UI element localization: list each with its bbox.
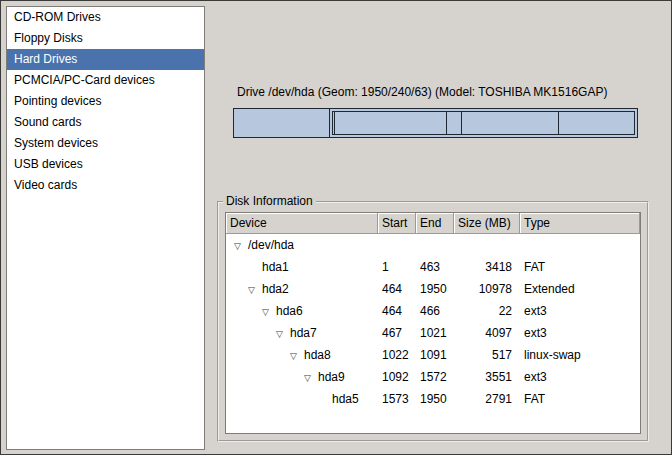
end-cell: 1950 bbox=[416, 278, 454, 300]
table-row-hda5[interactable]: hda5157319502791FAT bbox=[226, 388, 640, 410]
extended-partition-box bbox=[332, 111, 635, 135]
start-cell bbox=[378, 234, 416, 256]
end-cell: 1572 bbox=[416, 366, 454, 388]
device-cell: ▽hda6 bbox=[226, 300, 378, 322]
table-row-hda2[interactable]: ▽hda2464195010978Extended bbox=[226, 278, 640, 300]
disk-information-table: DeviceStartEndSize (MB)Type ▽/dev/hdahda… bbox=[225, 212, 641, 434]
sidebar-item-pcmcia-pc-card-devices[interactable]: PCMCIA/PC-Card devices bbox=[7, 70, 204, 91]
table-body: ▽/dev/hdahda114633418FAT▽hda246419501097… bbox=[226, 234, 640, 410]
size-mb-cell: 2791 bbox=[454, 388, 520, 410]
column-header-end[interactable]: End bbox=[416, 213, 454, 234]
device-name: /dev/hda bbox=[248, 238, 294, 252]
end-cell: 466 bbox=[416, 300, 454, 322]
table-header-row: DeviceStartEndSize (MB)Type bbox=[226, 213, 640, 234]
start-cell: 1 bbox=[378, 256, 416, 278]
device-name: hda5 bbox=[332, 392, 359, 406]
end-cell: 1021 bbox=[416, 322, 454, 344]
expander-triangle-icon[interactable]: ▽ bbox=[276, 323, 290, 344]
table-row-hda7[interactable]: ▽hda746710214097ext3 bbox=[226, 322, 640, 344]
partition-bar bbox=[233, 108, 638, 138]
type-cell: ext3 bbox=[520, 300, 640, 322]
partition-segment-hda9[interactable] bbox=[461, 112, 558, 134]
table-row-hda8[interactable]: ▽hda810221091517linux-swap bbox=[226, 344, 640, 366]
start-cell: 464 bbox=[378, 278, 416, 300]
drive-info-label: Drive /dev/hda (Geom: 1950/240/63) (Mode… bbox=[237, 85, 607, 99]
type-cell: FAT bbox=[520, 388, 640, 410]
expander-triangle-icon[interactable]: ▽ bbox=[290, 345, 304, 366]
device-cell: ▽hda7 bbox=[226, 322, 378, 344]
expander-triangle-icon[interactable]: ▽ bbox=[248, 279, 262, 300]
device-name: hda7 bbox=[290, 326, 317, 340]
device-cell: ▽/dev/hda bbox=[226, 234, 378, 256]
sidebar-item-usb-devices[interactable]: USB devices bbox=[7, 154, 204, 175]
sidebar-item-pointing-devices[interactable]: Pointing devices bbox=[7, 91, 204, 112]
expander-triangle-icon[interactable]: ▽ bbox=[262, 301, 276, 322]
table-row-hda6[interactable]: ▽hda646446622ext3 bbox=[226, 300, 640, 322]
size-mb-cell: 10978 bbox=[454, 278, 520, 300]
size-mb-cell: 4097 bbox=[454, 322, 520, 344]
disk-information-frame: Disk Information DeviceStartEndSize (MB)… bbox=[217, 201, 649, 442]
device-cell: ▽hda9 bbox=[226, 366, 378, 388]
sidebar-item-sound-cards[interactable]: Sound cards bbox=[7, 112, 204, 133]
type-cell: ext3 bbox=[520, 366, 640, 388]
partition-segment-hda5[interactable] bbox=[558, 112, 634, 134]
size-mb-cell: 3551 bbox=[454, 366, 520, 388]
expander-triangle-icon[interactable]: ▽ bbox=[234, 235, 248, 256]
device-name: hda1 bbox=[262, 260, 289, 274]
sidebar-item-cd-rom-drives[interactable]: CD-ROM Drives bbox=[7, 7, 204, 28]
type-cell: FAT bbox=[520, 256, 640, 278]
hardware-browser-window: CD-ROM DrivesFloppy DisksHard DrivesPCMC… bbox=[0, 0, 672, 455]
partition-segment-hda1[interactable] bbox=[234, 109, 330, 137]
column-header-type[interactable]: Type bbox=[520, 213, 640, 234]
sidebar-item-floppy-disks[interactable]: Floppy Disks bbox=[7, 28, 204, 49]
sidebar-item-system-devices[interactable]: System devices bbox=[7, 133, 204, 154]
device-cell: hda5 bbox=[226, 388, 378, 410]
column-header-size-mb[interactable]: Size (MB) bbox=[454, 213, 520, 234]
sidebar-item-hard-drives[interactable]: Hard Drives bbox=[7, 49, 204, 70]
end-cell: 463 bbox=[416, 256, 454, 278]
size-mb-cell: 517 bbox=[454, 344, 520, 366]
partition-segment-hda7[interactable] bbox=[334, 112, 446, 134]
type-cell: ext3 bbox=[520, 322, 640, 344]
device-name: hda6 bbox=[276, 304, 303, 318]
start-cell: 1573 bbox=[378, 388, 416, 410]
disk-information-frame-label: Disk Information bbox=[223, 194, 316, 208]
device-name: hda9 bbox=[318, 370, 345, 384]
table-row-hda1[interactable]: hda114633418FAT bbox=[226, 256, 640, 278]
size-mb-cell bbox=[454, 234, 520, 256]
device-name: hda2 bbox=[262, 282, 289, 296]
start-cell: 467 bbox=[378, 322, 416, 344]
start-cell: 1022 bbox=[378, 344, 416, 366]
column-header-start[interactable]: Start bbox=[378, 213, 416, 234]
size-mb-cell: 22 bbox=[454, 300, 520, 322]
expander-triangle-icon[interactable]: ▽ bbox=[304, 367, 318, 388]
end-cell: 1950 bbox=[416, 388, 454, 410]
device-cell: ▽hda2 bbox=[226, 278, 378, 300]
type-cell: linux-swap bbox=[520, 344, 640, 366]
start-cell: 464 bbox=[378, 300, 416, 322]
column-header-device[interactable]: Device bbox=[226, 213, 378, 234]
type-cell bbox=[520, 234, 640, 256]
device-cell: hda1 bbox=[226, 256, 378, 278]
size-mb-cell: 3418 bbox=[454, 256, 520, 278]
table-row-hda9[interactable]: ▽hda9109215723551ext3 bbox=[226, 366, 640, 388]
end-cell bbox=[416, 234, 454, 256]
device-category-list: CD-ROM DrivesFloppy DisksHard DrivesPCMC… bbox=[6, 6, 205, 450]
partition-segment-hda2[interactable] bbox=[330, 109, 637, 137]
device-cell: ▽hda8 bbox=[226, 344, 378, 366]
device-name: hda8 bbox=[304, 348, 331, 362]
table-row-dev-hda[interactable]: ▽/dev/hda bbox=[226, 234, 640, 256]
partition-segment-hda8[interactable] bbox=[446, 112, 460, 134]
sidebar-item-video-cards[interactable]: Video cards bbox=[7, 175, 204, 196]
type-cell: Extended bbox=[520, 278, 640, 300]
end-cell: 1091 bbox=[416, 344, 454, 366]
start-cell: 1092 bbox=[378, 366, 416, 388]
